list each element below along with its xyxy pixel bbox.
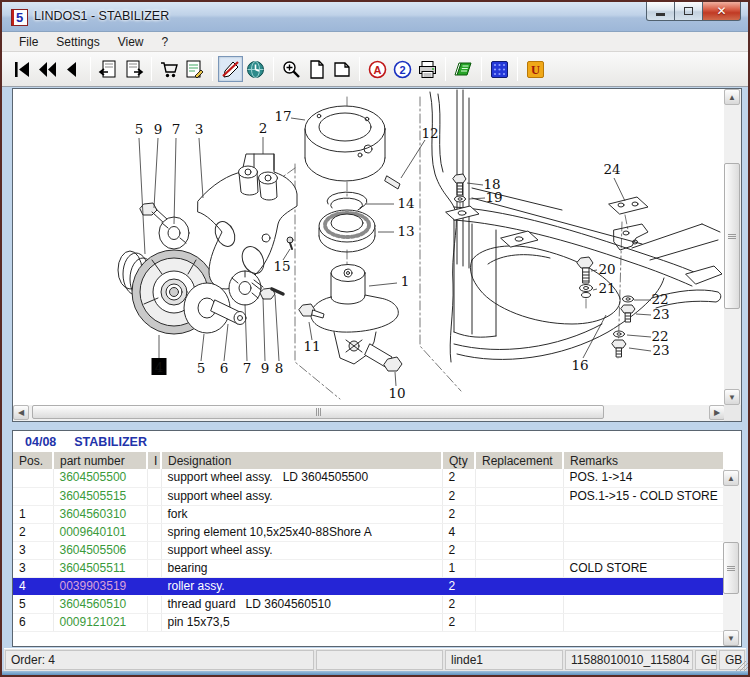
printer-button[interactable] bbox=[415, 56, 440, 82]
part-callout-5[interactable]: 5 bbox=[135, 121, 144, 137]
part-row[interactable]: 33604505506support wheel assy.2 bbox=[13, 541, 724, 559]
part-callout-4[interactable]: 4 bbox=[155, 359, 164, 375]
window-title: LINDOS1 - STABILIZER bbox=[34, 9, 169, 23]
column-header-replacement[interactable]: Replacement bbox=[475, 452, 563, 469]
diagram-vscrollbar[interactable]: ▲ ▼ bbox=[724, 89, 741, 405]
minimize-button[interactable] bbox=[646, 2, 675, 21]
page-next-icon bbox=[123, 59, 144, 80]
toolbar-separator bbox=[517, 57, 518, 81]
menu-item-view[interactable]: View bbox=[109, 33, 153, 51]
vscroll-thumb[interactable] bbox=[724, 163, 740, 309]
menu-item-file[interactable]: File bbox=[10, 33, 47, 51]
nav-previous-button[interactable] bbox=[60, 56, 85, 82]
units-u-button[interactable]: U bbox=[523, 56, 548, 82]
diagram-hscrollbar[interactable]: ◀ ▶ bbox=[13, 405, 725, 421]
part-callout-24[interactable]: 24 bbox=[603, 161, 620, 177]
status-order-status: Order: 4 bbox=[5, 650, 314, 670]
table-vscrollbar[interactable]: ▲ ▼ bbox=[723, 470, 740, 646]
part-callout-15[interactable]: 15 bbox=[273, 258, 290, 274]
part-callout-1[interactable]: 1 bbox=[401, 273, 410, 289]
column-header-qty[interactable]: Qty bbox=[442, 452, 475, 469]
page-previous-button[interactable] bbox=[96, 56, 121, 82]
column-header-remarks[interactable]: Remarks bbox=[563, 452, 724, 469]
toolbar-separator bbox=[273, 57, 274, 81]
title-bar[interactable]: 5 LINDOS1 - STABILIZER ✕ bbox=[2, 2, 748, 32]
part-callout-19[interactable]: 19 bbox=[485, 189, 502, 205]
exploded-view-drawing[interactable]: 5973217121413151181924202122232223111610… bbox=[13, 89, 725, 405]
scroll-up-button[interactable]: ▲ bbox=[724, 89, 740, 105]
part-row[interactable]: 53604560510thread guard LD 36045605102 bbox=[13, 595, 724, 613]
hscroll-thumb[interactable] bbox=[32, 405, 604, 419]
part-row[interactable]: 20009640101spring element 10,5x25x40-88S… bbox=[13, 523, 724, 541]
scroll-left-button[interactable]: ◀ bbox=[13, 405, 29, 420]
document-portrait-button[interactable] bbox=[304, 56, 329, 82]
part-callout-23[interactable]: 23 bbox=[652, 342, 669, 358]
menu-bar: FileSettingsView? bbox=[2, 32, 748, 52]
table-scroll-down-button[interactable]: ▼ bbox=[723, 630, 739, 646]
zoom-in-button[interactable] bbox=[279, 56, 304, 82]
nav-rewind-button[interactable] bbox=[35, 56, 60, 82]
part-row[interactable]: 13604560310fork2 bbox=[13, 505, 724, 523]
close-button[interactable]: ✕ bbox=[703, 2, 741, 21]
column-header-designation[interactable]: Designation bbox=[161, 452, 442, 469]
part-row[interactable]: 33604505511bearing1COLD STORE bbox=[13, 559, 724, 577]
marker-off-button[interactable] bbox=[218, 56, 243, 82]
scroll-right-button[interactable]: ▶ bbox=[709, 405, 725, 420]
toolbar-separator bbox=[90, 57, 91, 81]
maximize-button[interactable] bbox=[675, 2, 703, 21]
nav-first-button[interactable] bbox=[10, 56, 35, 82]
part-callout-8[interactable]: 8 bbox=[275, 360, 284, 376]
page-indicator: 04/08 bbox=[25, 435, 56, 449]
part-row[interactable]: 3604505515support wheel assy.2POS.1->15 … bbox=[13, 487, 724, 505]
page-next-button[interactable] bbox=[121, 56, 146, 82]
part-callout-14[interactable]: 14 bbox=[397, 195, 414, 211]
units-u-icon: U bbox=[525, 59, 546, 80]
circled-a-button[interactable]: A bbox=[365, 56, 390, 82]
part-callout-21[interactable]: 21 bbox=[598, 280, 615, 296]
table-vscroll-thumb[interactable] bbox=[723, 542, 739, 594]
part-callout-13[interactable]: 13 bbox=[397, 223, 414, 239]
column-header-partnumber[interactable]: part number bbox=[53, 452, 147, 469]
notes-catalog-button[interactable] bbox=[451, 56, 476, 82]
pattern-view-button[interactable] bbox=[487, 56, 512, 82]
part-callout-10[interactable]: 10 bbox=[388, 385, 405, 401]
document-landscape-icon bbox=[331, 59, 352, 80]
shopping-cart-button[interactable] bbox=[157, 56, 182, 82]
part-callout-11[interactable]: 11 bbox=[303, 338, 320, 354]
menu-item-settings[interactable]: Settings bbox=[47, 33, 108, 51]
circled-2-button[interactable]: 2 bbox=[390, 56, 415, 82]
column-header-pos[interactable]: Pos. bbox=[13, 452, 53, 469]
part-callout-22[interactable]: 22 bbox=[651, 291, 668, 307]
table-scroll-up-button[interactable]: ▲ bbox=[723, 470, 739, 486]
world-clock-icon bbox=[245, 59, 266, 80]
order-form-button[interactable] bbox=[182, 56, 207, 82]
toolbar-separator bbox=[359, 57, 360, 81]
part-row[interactable]: 60009121021pin 15x73,52 bbox=[13, 613, 724, 631]
menu-item-[interactable]: ? bbox=[153, 33, 178, 51]
document-landscape-button[interactable] bbox=[329, 56, 354, 82]
part-callout-3[interactable]: 3 bbox=[195, 121, 204, 137]
column-header-i[interactable]: I bbox=[147, 452, 161, 469]
part-callout-6[interactable]: 6 bbox=[220, 360, 229, 376]
parts-table-body: 3604505500support wheel assy. LD 3604505… bbox=[13, 469, 724, 631]
order-form-icon bbox=[184, 59, 205, 80]
world-clock-button[interactable] bbox=[243, 56, 268, 82]
toolbar-separator bbox=[481, 57, 482, 81]
document-portrait-icon bbox=[306, 59, 327, 80]
part-callout-9[interactable]: 9 bbox=[261, 360, 270, 376]
part-callout-16[interactable]: 16 bbox=[571, 357, 588, 373]
part-row[interactable]: 3604505500support wheel assy. LD 3604505… bbox=[13, 469, 724, 487]
status-message-area bbox=[316, 650, 443, 670]
part-row-selected[interactable]: 40039903519roller assy.2 bbox=[13, 577, 724, 595]
part-callout-23[interactable]: 23 bbox=[652, 306, 669, 322]
scroll-down-button[interactable]: ▼ bbox=[724, 389, 740, 405]
part-callout-5[interactable]: 5 bbox=[197, 360, 206, 376]
part-callout-2[interactable]: 2 bbox=[259, 120, 268, 136]
part-callout-12[interactable]: 12 bbox=[421, 125, 438, 141]
part-callout-7[interactable]: 7 bbox=[172, 121, 181, 137]
nav-rewind-icon bbox=[37, 59, 58, 80]
part-callout-20[interactable]: 20 bbox=[598, 261, 615, 277]
part-callout-9[interactable]: 9 bbox=[154, 121, 163, 137]
part-callout-17[interactable]: 17 bbox=[274, 108, 291, 124]
part-callout-7[interactable]: 7 bbox=[243, 360, 252, 376]
